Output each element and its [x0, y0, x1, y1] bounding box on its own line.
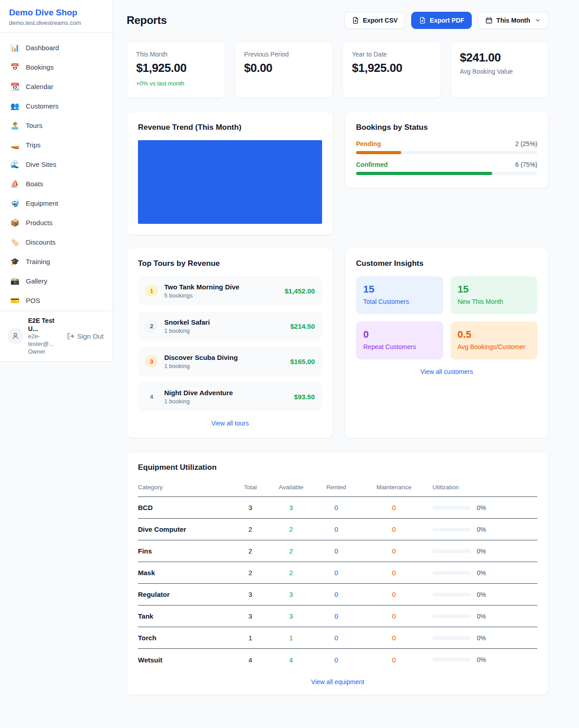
sidebar-item-pos[interactable]: 💳 POS: [5, 292, 107, 309]
export-pdf-label: Export PDF: [430, 17, 464, 24]
cell-rented: 0: [313, 504, 360, 511]
status-value: 6 (75%): [515, 161, 537, 168]
tour-bookings: 1 booking: [164, 327, 210, 334]
stat-card-previous-period: Previous Period $0.00: [235, 41, 333, 98]
utilization-bar: [432, 549, 471, 553]
cell-maintenance: 0: [360, 612, 428, 620]
col-header-available: Available: [270, 484, 313, 491]
file-download-icon: [352, 17, 359, 24]
rank-badge: 2: [145, 320, 158, 332]
cell-total: 2: [231, 525, 270, 533]
rank-badge: 3: [145, 355, 158, 368]
cell-rented: 0: [313, 569, 360, 577]
export-csv-label: Export CSV: [363, 17, 398, 24]
status-label: Confirmed: [356, 161, 388, 168]
period-label: This Month: [496, 17, 530, 24]
person-icon: [11, 332, 19, 340]
export-pdf-button[interactable]: Export PDF: [411, 12, 472, 29]
stat-label: Avg Booking Value: [460, 68, 540, 75]
header-actions: Export CSV Export PDF This Month: [344, 12, 549, 29]
tour-bookings: 1 booking: [164, 398, 233, 405]
tour-amount: $165.00: [290, 358, 315, 365]
sidebar-header: Demo Dive Shop demo.test.divestreams.com: [0, 0, 113, 33]
insight-tile-avg-bookings: 0.5 Avg Bookings/Customer: [451, 321, 538, 359]
cell-category: Dive Computer: [138, 525, 231, 533]
insight-value: 15: [458, 284, 531, 295]
sidebar-item-label: Customers: [26, 102, 59, 110]
sidebar-item-discounts[interactable]: 🏷️ Discounts: [5, 233, 107, 251]
tour-amount: $214.50: [290, 322, 315, 330]
col-header-rented: Rented: [313, 484, 360, 491]
view-all-equipment-link[interactable]: View all equipment: [138, 678, 537, 685]
tour-row: 2 Snorkel Safari 1 booking $214.50: [138, 312, 322, 340]
status-row-confirmed: Confirmed 6 (75%): [356, 161, 537, 175]
sidebar-item-dashboard[interactable]: 📊 Dashboard: [5, 39, 107, 56]
cell-maintenance: 0: [360, 634, 428, 642]
cell-category: Tank: [138, 612, 231, 620]
table-row: Mask 2 2 0 0 0%: [138, 562, 537, 584]
cell-category: Mask: [138, 569, 231, 577]
progress-track: [356, 151, 537, 154]
sign-out-button[interactable]: Sign Out: [64, 332, 106, 340]
cell-maintenance: 0: [360, 569, 428, 577]
shop-subdomain: demo.test.divestreams.com: [9, 19, 104, 26]
status-value: 2 (25%): [515, 140, 537, 147]
utilization-bar: [432, 636, 471, 640]
equipment-utilization-card: Equipment Utilization Category Total Ava…: [127, 452, 549, 695]
tour-bookings: 5 bookings: [164, 292, 239, 299]
utilization-bar: [432, 658, 471, 662]
sidebar-item-calendar[interactable]: 📆 Calendar: [5, 78, 107, 95]
tour-amount: $93.50: [294, 393, 315, 401]
col-header-category: Category: [138, 484, 231, 491]
view-all-tours-link[interactable]: View all tours: [138, 420, 322, 427]
sidebar-item-gallery[interactable]: 📸 Gallery: [5, 272, 107, 289]
tour-name: Discover Scuba Diving: [164, 354, 238, 361]
sidebar-item-label: Bookings: [26, 63, 54, 71]
cell-utilization: 0%: [477, 526, 486, 533]
stat-delta: +0% vs last month: [136, 80, 216, 87]
sidebar-item-label: Dive Sites: [26, 161, 57, 168]
cell-category: Fins: [138, 547, 231, 555]
sidebar-item-trips[interactable]: 🚤 Trips: [5, 136, 107, 153]
period-dropdown[interactable]: This Month: [478, 12, 549, 29]
sidebar-item-label: Products: [26, 219, 52, 227]
sidebar-item-label: Calendar: [26, 83, 53, 90]
utilization-bar: [432, 593, 471, 596]
export-csv-button[interactable]: Export CSV: [344, 12, 405, 29]
utilization-bar: [432, 506, 471, 510]
sidebar-item-dive-sites[interactable]: 🌊 Dive Sites: [5, 156, 107, 173]
sidebar-item-label: Gallery: [26, 277, 47, 285]
sidebar-item-training[interactable]: 🎓 Training: [5, 253, 107, 270]
sailboat-icon: ⛵: [10, 180, 20, 188]
cell-category: Regulator: [138, 591, 231, 598]
sidebar-item-label: Boats: [26, 180, 43, 188]
sidebar-item-equipment[interactable]: 🤿 Equipment: [5, 194, 107, 212]
tour-name: Snorkel Safari: [164, 318, 210, 326]
view-all-customers-link[interactable]: View all customers: [356, 368, 537, 375]
sidebar-item-boats[interactable]: ⛵ Boats: [5, 175, 107, 192]
cell-rented: 0: [313, 612, 360, 620]
calendar-date-icon: 📅: [10, 63, 20, 71]
cell-available: 3: [270, 504, 313, 511]
sign-out-icon: [67, 332, 75, 340]
tour-row: 1 Two Tank Morning Dive 5 bookings $1,45…: [138, 276, 322, 305]
cell-category: Torch: [138, 634, 231, 642]
sidebar-item-label: Tours: [26, 122, 43, 129]
cell-category: BCD: [138, 504, 231, 511]
sidebar-item-label: Training: [26, 258, 50, 265]
sidebar-item-products[interactable]: 📦 Products: [5, 214, 107, 231]
insight-value: 0.5: [458, 329, 531, 340]
status-row-pending: Pending 2 (25%): [356, 140, 537, 154]
sidebar-item-bookings[interactable]: 📅 Bookings: [5, 58, 107, 76]
main-content: Reports Export CSV Export PDF This Month: [113, 0, 579, 715]
insight-value: 15: [363, 284, 436, 295]
tag-icon: 🏷️: [10, 238, 20, 246]
stat-label: Previous Period: [244, 51, 324, 58]
wave-icon: 🌊: [10, 160, 20, 169]
stat-value: $1,925.00: [136, 61, 216, 75]
sidebar-item-customers[interactable]: 👥 Customers: [5, 97, 107, 114]
island-icon: 🏝️: [10, 121, 20, 130]
sidebar-item-tours[interactable]: 🏝️ Tours: [5, 117, 107, 134]
rank-badge: 4: [145, 390, 158, 403]
table-row: Wetsuit 4 4 0 0 0%: [138, 649, 537, 671]
